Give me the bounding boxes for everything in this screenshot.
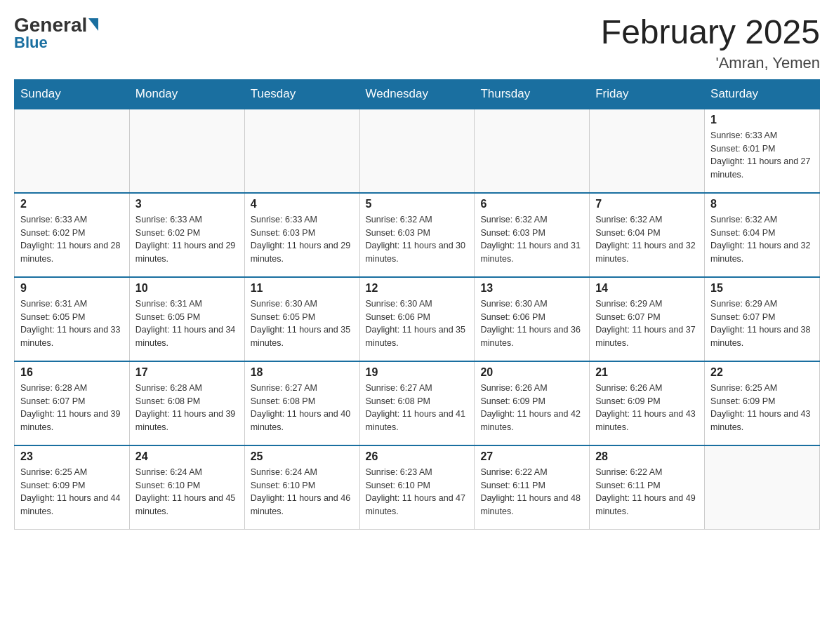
table-row: 8Sunrise: 6:32 AM Sunset: 6:04 PM Daylig… xyxy=(705,193,820,277)
logo-triangle-icon xyxy=(88,18,98,31)
table-row xyxy=(244,109,359,193)
day-number: 16 xyxy=(20,366,124,379)
day-info: Sunrise: 6:22 AM Sunset: 6:11 PM Dayligh… xyxy=(595,466,699,518)
day-number: 4 xyxy=(251,198,354,210)
day-info: Sunrise: 6:25 AM Sunset: 6:09 PM Dayligh… xyxy=(20,466,124,518)
day-info: Sunrise: 6:33 AM Sunset: 6:02 PM Dayligh… xyxy=(20,213,124,266)
day-info: Sunrise: 6:32 AM Sunset: 6:04 PM Dayligh… xyxy=(710,213,814,266)
table-row: 19Sunrise: 6:27 AM Sunset: 6:08 PM Dayli… xyxy=(359,361,475,445)
day-number: 5 xyxy=(366,198,469,210)
day-number: 26 xyxy=(366,450,469,463)
table-row: 1Sunrise: 6:33 AM Sunset: 6:01 PM Daylig… xyxy=(705,109,820,193)
calendar-header-row: SundayMondayTuesdayWednesdayThursdayFrid… xyxy=(15,79,820,109)
table-row: 23Sunrise: 6:25 AM Sunset: 6:09 PM Dayli… xyxy=(15,445,130,530)
table-row: 5Sunrise: 6:32 AM Sunset: 6:03 PM Daylig… xyxy=(359,193,475,277)
title-block: February 2025 'Amran, Yemen xyxy=(601,14,820,72)
day-number: 3 xyxy=(135,198,239,210)
table-row: 28Sunrise: 6:22 AM Sunset: 6:11 PM Dayli… xyxy=(590,445,705,530)
day-number: 27 xyxy=(480,450,583,463)
day-info: Sunrise: 6:33 AM Sunset: 6:03 PM Dayligh… xyxy=(251,213,354,266)
table-row xyxy=(590,109,705,193)
table-row: 14Sunrise: 6:29 AM Sunset: 6:07 PM Dayli… xyxy=(590,277,705,361)
day-number: 18 xyxy=(251,366,354,379)
table-row: 2Sunrise: 6:33 AM Sunset: 6:02 PM Daylig… xyxy=(15,193,130,277)
day-number: 14 xyxy=(595,282,699,295)
day-number: 21 xyxy=(595,366,699,379)
day-info: Sunrise: 6:24 AM Sunset: 6:10 PM Dayligh… xyxy=(251,466,354,518)
table-row: 4Sunrise: 6:33 AM Sunset: 6:03 PM Daylig… xyxy=(244,193,359,277)
month-title: February 2025 xyxy=(601,14,820,51)
location-title: 'Amran, Yemen xyxy=(601,54,820,72)
day-number: 25 xyxy=(251,450,354,463)
day-number: 11 xyxy=(251,282,354,295)
day-info: Sunrise: 6:30 AM Sunset: 6:06 PM Dayligh… xyxy=(480,297,583,350)
day-number: 12 xyxy=(366,282,469,295)
day-header-friday: Friday xyxy=(590,79,705,109)
calendar-week-row: 16Sunrise: 6:28 AM Sunset: 6:07 PM Dayli… xyxy=(15,361,820,445)
calendar-table: SundayMondayTuesdayWednesdayThursdayFrid… xyxy=(14,79,820,530)
table-row: 13Sunrise: 6:30 AM Sunset: 6:06 PM Dayli… xyxy=(475,277,590,361)
logo-blue: Blue xyxy=(14,34,48,52)
day-info: Sunrise: 6:32 AM Sunset: 6:04 PM Dayligh… xyxy=(595,213,699,266)
calendar-week-row: 9Sunrise: 6:31 AM Sunset: 6:05 PM Daylig… xyxy=(15,277,820,361)
day-number: 7 xyxy=(595,198,699,210)
table-row: 22Sunrise: 6:25 AM Sunset: 6:09 PM Dayli… xyxy=(705,361,820,445)
day-info: Sunrise: 6:22 AM Sunset: 6:11 PM Dayligh… xyxy=(480,466,583,518)
calendar-week-row: 2Sunrise: 6:33 AM Sunset: 6:02 PM Daylig… xyxy=(15,193,820,277)
table-row: 16Sunrise: 6:28 AM Sunset: 6:07 PM Dayli… xyxy=(15,361,130,445)
day-info: Sunrise: 6:29 AM Sunset: 6:07 PM Dayligh… xyxy=(595,297,699,350)
day-number: 28 xyxy=(595,450,699,463)
day-number: 10 xyxy=(135,282,239,295)
day-header-sunday: Sunday xyxy=(15,79,130,109)
table-row xyxy=(475,109,590,193)
day-info: Sunrise: 6:24 AM Sunset: 6:10 PM Dayligh… xyxy=(135,466,239,518)
table-row: 12Sunrise: 6:30 AM Sunset: 6:06 PM Dayli… xyxy=(359,277,475,361)
table-row: 15Sunrise: 6:29 AM Sunset: 6:07 PM Dayli… xyxy=(705,277,820,361)
calendar-week-row: 1Sunrise: 6:33 AM Sunset: 6:01 PM Daylig… xyxy=(15,109,820,193)
day-info: Sunrise: 6:23 AM Sunset: 6:10 PM Dayligh… xyxy=(366,466,469,518)
day-number: 22 xyxy=(710,366,814,379)
day-number: 24 xyxy=(135,450,239,463)
day-info: Sunrise: 6:26 AM Sunset: 6:09 PM Dayligh… xyxy=(595,382,699,434)
table-row: 25Sunrise: 6:24 AM Sunset: 6:10 PM Dayli… xyxy=(244,445,359,530)
day-number: 13 xyxy=(480,282,583,295)
day-info: Sunrise: 6:30 AM Sunset: 6:05 PM Dayligh… xyxy=(251,297,354,350)
day-number: 2 xyxy=(20,198,124,210)
table-row: 3Sunrise: 6:33 AM Sunset: 6:02 PM Daylig… xyxy=(129,193,244,277)
table-row: 20Sunrise: 6:26 AM Sunset: 6:09 PM Dayli… xyxy=(475,361,590,445)
day-info: Sunrise: 6:32 AM Sunset: 6:03 PM Dayligh… xyxy=(366,213,469,266)
page-header: General Blue February 2025 'Amran, Yemen xyxy=(14,14,820,72)
logo: General Blue xyxy=(14,14,98,52)
day-number: 15 xyxy=(710,282,814,295)
day-header-thursday: Thursday xyxy=(475,79,590,109)
day-number: 23 xyxy=(20,450,124,463)
table-row: 26Sunrise: 6:23 AM Sunset: 6:10 PM Dayli… xyxy=(359,445,475,530)
day-info: Sunrise: 6:28 AM Sunset: 6:08 PM Dayligh… xyxy=(135,382,239,434)
day-header-monday: Monday xyxy=(129,79,244,109)
day-info: Sunrise: 6:33 AM Sunset: 6:01 PM Dayligh… xyxy=(710,129,814,182)
day-number: 8 xyxy=(710,198,814,210)
day-info: Sunrise: 6:26 AM Sunset: 6:09 PM Dayligh… xyxy=(480,382,583,434)
day-info: Sunrise: 6:28 AM Sunset: 6:07 PM Dayligh… xyxy=(20,382,124,434)
day-number: 6 xyxy=(480,198,583,210)
table-row xyxy=(705,445,820,530)
day-info: Sunrise: 6:31 AM Sunset: 6:05 PM Dayligh… xyxy=(135,297,239,350)
day-info: Sunrise: 6:30 AM Sunset: 6:06 PM Dayligh… xyxy=(366,297,469,350)
day-info: Sunrise: 6:32 AM Sunset: 6:03 PM Dayligh… xyxy=(480,213,583,266)
table-row: 27Sunrise: 6:22 AM Sunset: 6:11 PM Dayli… xyxy=(475,445,590,530)
table-row: 17Sunrise: 6:28 AM Sunset: 6:08 PM Dayli… xyxy=(129,361,244,445)
table-row xyxy=(129,109,244,193)
day-number: 17 xyxy=(135,366,239,379)
day-info: Sunrise: 6:29 AM Sunset: 6:07 PM Dayligh… xyxy=(710,297,814,350)
table-row: 21Sunrise: 6:26 AM Sunset: 6:09 PM Dayli… xyxy=(590,361,705,445)
table-row: 7Sunrise: 6:32 AM Sunset: 6:04 PM Daylig… xyxy=(590,193,705,277)
table-row: 11Sunrise: 6:30 AM Sunset: 6:05 PM Dayli… xyxy=(244,277,359,361)
day-number: 1 xyxy=(710,114,814,126)
calendar-week-row: 23Sunrise: 6:25 AM Sunset: 6:09 PM Dayli… xyxy=(15,445,820,530)
day-header-wednesday: Wednesday xyxy=(359,79,475,109)
day-header-tuesday: Tuesday xyxy=(244,79,359,109)
day-number: 19 xyxy=(366,366,469,379)
table-row: 10Sunrise: 6:31 AM Sunset: 6:05 PM Dayli… xyxy=(129,277,244,361)
day-info: Sunrise: 6:33 AM Sunset: 6:02 PM Dayligh… xyxy=(135,213,239,266)
day-number: 20 xyxy=(480,366,583,379)
